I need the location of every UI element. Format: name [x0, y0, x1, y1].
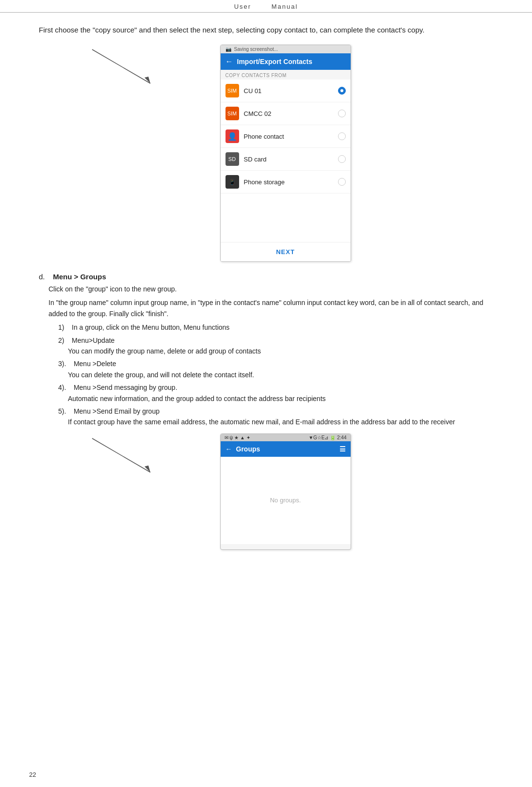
- section-label: COPY CONTACTS FROM: [221, 70, 351, 80]
- numbered-item-3: 3). Menu >Delete You can delete the grou…: [58, 358, 503, 380]
- saving-bar: 📷 Saving screenshot...: [221, 45, 351, 53]
- radio-cu01[interactable]: [338, 87, 346, 95]
- arrow-icon-1: [87, 45, 184, 88]
- list-item[interactable]: 📱 Phone storage: [221, 171, 351, 193]
- item-text-3: Menu >Delete: [74, 360, 116, 368]
- section-d-heading: Menu > Groups: [53, 273, 106, 281]
- sim1-icon: SIM: [226, 84, 239, 97]
- numbered-item-5: 5). Menu >Send Email by group If contact…: [58, 406, 503, 428]
- item-text-5: Menu >Send Email by group: [74, 407, 160, 415]
- item-sub-5: If contact group have the same email add…: [68, 417, 503, 427]
- no-groups-text: No groups.: [270, 497, 301, 504]
- phone-storage-label: Phone storage: [244, 178, 333, 186]
- groups-menu-icon[interactable]: ☰: [339, 445, 346, 453]
- phone-header-1: ← Import/Export Contacts: [221, 53, 351, 70]
- status-right: ▼G☆E⊿ 🔋 2:44: [308, 435, 346, 440]
- item-sub-3: You can delete the group, and will not d…: [68, 369, 503, 380]
- page-header: User Manual: [0, 0, 532, 13]
- back-arrow-icon-2[interactable]: ←: [226, 445, 232, 453]
- phone-mockup-2: ✉ ψ ★ ▲ ✦ ▼G☆E⊿ 🔋 2:44 ← Groups ☰ No gro…: [220, 434, 351, 550]
- list-item[interactable]: 👤 Phone contact: [221, 125, 351, 148]
- screenshot-container-2: ✉ ψ ★ ▲ ✦ ▼G☆E⊿ 🔋 2:44 ← Groups ☰ No gro…: [39, 434, 503, 550]
- svg-line-2: [92, 438, 150, 472]
- item-sub-2: You can modify the group name, delete or…: [68, 346, 503, 356]
- sdcard-icon: SD: [226, 152, 239, 166]
- item-num-2: 2): [58, 337, 70, 344]
- item-text-2: Menu>Update: [72, 337, 114, 344]
- header-manual: Manual: [272, 3, 298, 10]
- radio-sdcard[interactable]: [338, 155, 346, 163]
- section-d: d. Menu > Groups Click on the "group" ic…: [39, 273, 503, 428]
- status-icons-left: ✉ ψ ★ ▲ ✦: [225, 435, 250, 440]
- sim2-icon: SIM: [226, 107, 239, 120]
- radio-phone-contact[interactable]: [338, 132, 346, 140]
- radio-phone-storage[interactable]: [338, 178, 346, 186]
- list-item[interactable]: SIM CU 01: [221, 80, 351, 102]
- list-item[interactable]: SIM CMCC 02: [221, 102, 351, 125]
- no-groups-area: No groups.: [221, 457, 351, 544]
- arrow-icon-2: [87, 434, 184, 477]
- back-arrow-icon[interactable]: ←: [226, 57, 233, 66]
- numbered-item-4: 4). Menu >Send messaging by group. Autom…: [58, 382, 503, 404]
- svg-marker-1: [145, 77, 150, 83]
- item-text-1: In a group, click on the Menu button, Me…: [72, 323, 229, 331]
- page-number: 22: [29, 771, 36, 778]
- item-num-4: 4).: [58, 384, 72, 391]
- save-icon: 📷: [226, 47, 231, 52]
- list-item[interactable]: SD SD card: [221, 148, 351, 171]
- section-d-label: d.: [39, 273, 51, 281]
- svg-line-0: [92, 49, 150, 83]
- item-sub-4: Automatic new information, and the group…: [68, 393, 503, 404]
- empty-space: [221, 193, 351, 242]
- item-num-5: 5).: [58, 407, 72, 415]
- radio-cmcc02[interactable]: [338, 110, 346, 117]
- next-button[interactable]: NEXT: [221, 242, 351, 261]
- person-icon: 👤: [226, 129, 239, 143]
- header-user: User: [234, 3, 251, 10]
- storage-icon: 📱: [226, 175, 239, 189]
- item-num-3: 3).: [58, 360, 72, 368]
- section-d-sub1: Click on the "group" icon to the new gro…: [48, 284, 503, 294]
- item-num-1: 1): [58, 323, 70, 331]
- groups-header-title: Groups: [236, 445, 260, 453]
- item-text-4: Menu >Send messaging by group.: [74, 384, 177, 391]
- phone-header-2: ← Groups ☰: [221, 441, 351, 457]
- phone-status-bar-2: ✉ ψ ★ ▲ ✦ ▼G☆E⊿ 🔋 2:44: [221, 434, 351, 441]
- svg-marker-3: [145, 466, 150, 472]
- main-content: First choose the "copy source" and then …: [0, 13, 532, 562]
- numbered-list: 1) In a group, click on the Menu button,…: [58, 322, 503, 428]
- phone-mockup-1: 📷 Saving screenshot... ← Import/Export C…: [220, 45, 351, 262]
- numbered-item-1: 1) In a group, click on the Menu button,…: [58, 322, 503, 333]
- intro-text: First choose the "copy source" and then …: [39, 24, 503, 36]
- screenshot-container-1: 📷 Saving screenshot... ← Import/Export C…: [39, 45, 503, 262]
- section-d-header: d. Menu > Groups: [39, 273, 503, 281]
- section-d-sub2: In "the group name" column input group n…: [48, 297, 503, 319]
- numbered-item-2: 2) Menu>Update You can modify the group …: [58, 335, 503, 357]
